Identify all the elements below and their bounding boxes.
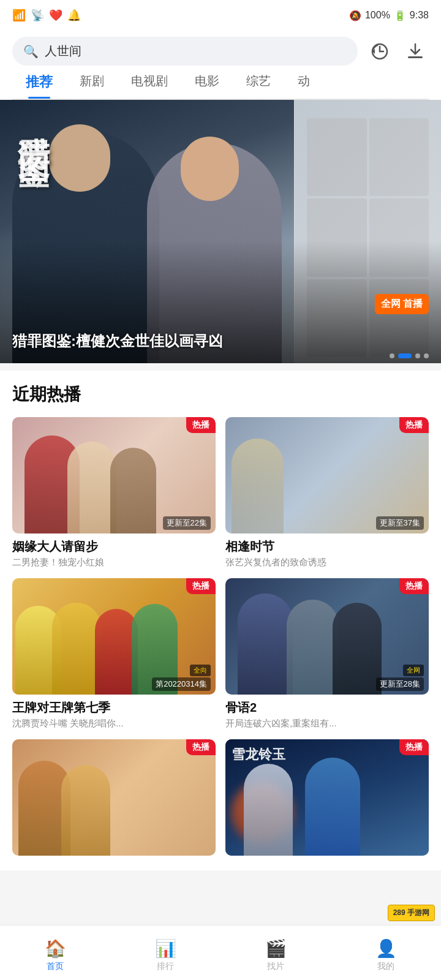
card-badge-1: 热播 <box>186 417 216 433</box>
list-item[interactable]: 热播 <box>12 739 216 861</box>
card-badge-4: 热播 <box>399 578 429 594</box>
rank-icon: 📊 <box>155 938 176 959</box>
card-title-3: 王牌对王牌第七季 <box>12 699 216 716</box>
wifi-icon: 📡 <box>31 9 44 22</box>
profile-label: 我的 <box>377 961 394 972</box>
bottom-nav: 🏠 首页 📊 排行 🎬 找片 👤 我的 <box>0 925 441 980</box>
tab-more[interactable]: 动 <box>284 73 323 99</box>
search-bar[interactable]: 🔍 人世间 <box>12 37 358 66</box>
card-thumb-2: 热播 更新至37集 <box>225 417 429 533</box>
dot-4 <box>424 353 429 358</box>
rank-label: 排行 <box>157 961 174 972</box>
full-net-label: 全向 <box>190 665 211 676</box>
card-sub-3: 沈腾贾玲斗嘴 关晓彤唱你... <box>12 718 216 729</box>
tab-variety[interactable]: 综艺 <box>233 73 284 99</box>
banner[interactable]: 猎罪 图鉴 全网 首播 猎罪图鉴:檀健次金世佳以画寻凶 <box>0 100 441 363</box>
watermark: 289 手游网 <box>388 905 435 921</box>
card-badge-5: 热播 <box>186 739 216 755</box>
card-update-3: 全向 第20220314集 <box>152 665 211 691</box>
home-label: 首页 <box>47 961 64 972</box>
card-update-1: 更新至22集 <box>163 516 211 530</box>
header: 🔍 人世间 推荐 新剧 电视剧 电影 综艺 动 <box>0 31 441 100</box>
card-update-4: 全网 更新至28集 <box>376 665 424 691</box>
search-row: 🔍 人世间 <box>12 37 429 66</box>
find-icon: 🎬 <box>265 938 287 959</box>
banner-badge: 全网 首播 <box>375 294 429 314</box>
card-thumb-3: 热播 全向 第20220314集 <box>12 578 216 695</box>
card-thumb-4: 热播 全网 更新至28集 <box>225 578 429 695</box>
time-display: 9:38 <box>410 10 429 21</box>
full-ep-label: 第20220314集 <box>152 677 211 691</box>
content-grid: 热播 更新至22集 姻缘大人请留步 二男抢妻！独宠小红娘 热播 更新至37集 相… <box>12 417 429 861</box>
search-value: 人世间 <box>45 43 81 59</box>
svg-rect-2 <box>408 56 423 58</box>
card-thumb-6: 雪龙铃玉 热播 <box>225 739 429 856</box>
full-net-label-4: 全网 <box>403 665 424 676</box>
nav-item-rank[interactable]: 📊 排行 <box>110 933 221 972</box>
card-thumb-5: 热播 <box>12 739 216 856</box>
list-item[interactable]: 热播 全网 更新至28集 骨语2 开局连破六凶案,重案组有... <box>225 578 429 729</box>
notification-icon: 🔔 <box>67 9 81 22</box>
nav-tabs: 推荐 新剧 电视剧 电影 综艺 动 <box>12 66 429 100</box>
home-icon: 🏠 <box>45 938 66 959</box>
tab-movies[interactable]: 电影 <box>181 73 233 99</box>
card-title-1: 姻缘大人请留步 <box>12 538 216 555</box>
dot-3 <box>415 353 420 358</box>
list-item[interactable]: 热播 全向 第20220314集 王牌对王牌第七季 沈腾贾玲斗嘴 关晓彤唱你..… <box>12 578 216 729</box>
banner-title: 猎罪图鉴:檀健次金世佳以画寻凶 <box>0 331 441 351</box>
status-right: 🔕 100% 🔋 9:38 <box>349 10 429 21</box>
search-icon: 🔍 <box>23 44 39 59</box>
dot-2 <box>398 353 412 358</box>
status-icons-left: 📶 📡 ❤️ 🔔 <box>12 9 81 22</box>
history-button[interactable] <box>366 38 393 65</box>
card-badge-3: 热播 <box>186 578 216 594</box>
find-label: 找片 <box>267 961 284 972</box>
nav-item-home[interactable]: 🏠 首页 <box>0 933 110 972</box>
download-button[interactable] <box>402 38 429 65</box>
nav-item-find[interactable]: 🎬 找片 <box>221 933 331 972</box>
nav-item-profile[interactable]: 👤 我的 <box>331 933 441 972</box>
list-item[interactable]: 雪龙铃玉 热播 <box>225 739 429 861</box>
recent-hot-section: 近期热播 热播 更新至22集 姻缘大人请留步 二男抢妻！独宠小红娘 热播 更新至… <box>0 371 441 870</box>
tab-tv-series[interactable]: 电视剧 <box>118 73 181 99</box>
card-sub-4: 开局连破六凶案,重案组有... <box>225 718 429 729</box>
signal-icon: 📶 <box>12 9 26 22</box>
card-thumb-1: 热播 更新至22集 <box>12 417 216 533</box>
banner-calligraphy: 猎罪 图鉴 <box>12 112 55 133</box>
banner-dots <box>390 353 429 358</box>
profile-icon: 👤 <box>375 938 397 959</box>
section-title: 近期热播 <box>12 383 429 406</box>
tab-recommend[interactable]: 推荐 <box>12 73 66 99</box>
banner-image: 猎罪 图鉴 全网 首播 猎罪图鉴:檀健次金世佳以画寻凶 <box>0 100 441 363</box>
battery-percent: 100% <box>365 10 390 21</box>
card-badge-6: 热播 <box>399 739 429 755</box>
card-badge-2: 热播 <box>399 417 429 433</box>
health-icon: ❤️ <box>49 9 62 22</box>
card-title-2: 相逢时节 <box>225 538 429 555</box>
card-sub-1: 二男抢妻！独宠小红娘 <box>12 557 216 568</box>
full-ep-label-4: 更新至28集 <box>376 677 424 691</box>
list-item[interactable]: 热播 更新至22集 姻缘大人请留步 二男抢妻！独宠小红娘 <box>12 417 216 568</box>
mute-icon: 🔕 <box>349 10 361 21</box>
battery-icon: 🔋 <box>394 10 406 21</box>
card-update-2: 更新至37集 <box>376 516 424 530</box>
list-item[interactable]: 热播 更新至37集 相逢时节 张艺兴复仇者的致命诱惑 <box>225 417 429 568</box>
tab-new-drama[interactable]: 新剧 <box>66 73 118 99</box>
card-title-4: 骨语2 <box>225 699 429 716</box>
status-bar: 📶 📡 ❤️ 🔔 🔕 100% 🔋 9:38 <box>0 0 441 31</box>
dot-1 <box>390 353 394 358</box>
card-sub-2: 张艺兴复仇者的致命诱惑 <box>225 557 429 568</box>
